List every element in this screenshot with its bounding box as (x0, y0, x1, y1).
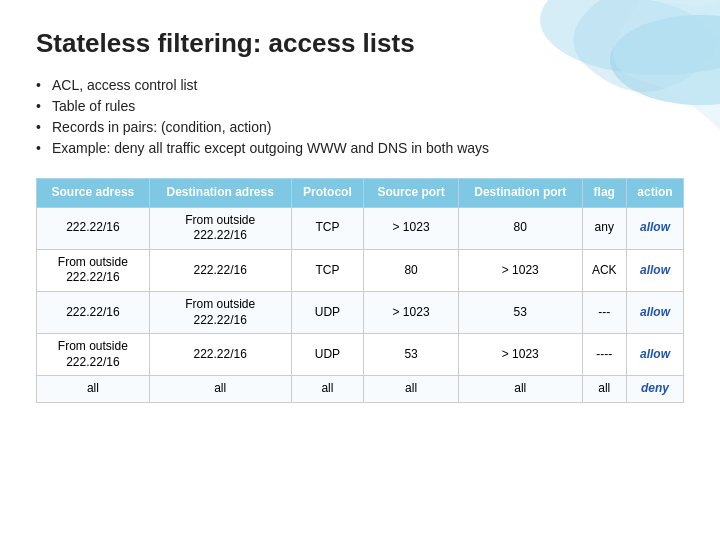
cell-r0-c0: 222.22/16 (37, 207, 150, 249)
cell-r1-c2: TCP (291, 249, 364, 291)
cell-r3-c6: allow (626, 334, 683, 376)
bullet-item-3: Records in pairs: (condition, action) (36, 119, 684, 135)
col-header-source-port: Source port (364, 179, 459, 208)
cell-r4-c2: all (291, 376, 364, 403)
col-header-destination-port: Destination port (458, 179, 582, 208)
cell-r3-c1: 222.22/16 (149, 334, 291, 376)
bullet-list: ACL, access control list Table of rules … (36, 77, 684, 156)
cell-r1-c1: 222.22/16 (149, 249, 291, 291)
cell-r0-c6: allow (626, 207, 683, 249)
page-title: Stateless filtering: access lists (36, 28, 684, 59)
cell-r4-c0: all (37, 376, 150, 403)
cell-r1-c6: allow (626, 249, 683, 291)
cell-r4-c1: all (149, 376, 291, 403)
cell-r4-c4: all (458, 376, 582, 403)
col-header-flag: flag (582, 179, 626, 208)
cell-r0-c1: From outside222.22/16 (149, 207, 291, 249)
cell-r1-c4: > 1023 (458, 249, 582, 291)
col-header-action: action (626, 179, 683, 208)
cell-r1-c3: 80 (364, 249, 459, 291)
cell-r3-c0: From outside222.22/16 (37, 334, 150, 376)
cell-r4-c5: all (582, 376, 626, 403)
cell-r3-c4: > 1023 (458, 334, 582, 376)
cell-r1-c5: ACK (582, 249, 626, 291)
table-row: 222.22/16From outside222.22/16UDP> 10235… (37, 291, 684, 333)
cell-r4-c3: all (364, 376, 459, 403)
table-row: allallallallallalldeny (37, 376, 684, 403)
cell-r0-c2: TCP (291, 207, 364, 249)
col-header-source-adress: Source adress (37, 179, 150, 208)
cell-r3-c5: ---- (582, 334, 626, 376)
cell-r0-c4: 80 (458, 207, 582, 249)
bullet-item-4: Example: deny all traffic except outgoin… (36, 140, 684, 156)
cell-r4-c6: deny (626, 376, 683, 403)
table-row: From outside222.22/16222.22/16TCP80> 102… (37, 249, 684, 291)
col-header-protocol: Protocol (291, 179, 364, 208)
cell-r2-c4: 53 (458, 291, 582, 333)
cell-r3-c3: 53 (364, 334, 459, 376)
col-header-destination-adress: Destination adress (149, 179, 291, 208)
table-row: 222.22/16From outside222.22/16TCP> 10238… (37, 207, 684, 249)
cell-r1-c0: From outside222.22/16 (37, 249, 150, 291)
table-header-row: Source adress Destination adress Protoco… (37, 179, 684, 208)
bullet-item-1: ACL, access control list (36, 77, 684, 93)
table-row: From outside222.22/16222.22/16UDP53> 102… (37, 334, 684, 376)
cell-r2-c2: UDP (291, 291, 364, 333)
cell-r2-c0: 222.22/16 (37, 291, 150, 333)
cell-r2-c1: From outside222.22/16 (149, 291, 291, 333)
cell-r3-c2: UDP (291, 334, 364, 376)
cell-r2-c6: allow (626, 291, 683, 333)
bullet-item-2: Table of rules (36, 98, 684, 114)
table-body: 222.22/16From outside222.22/16TCP> 10238… (37, 207, 684, 402)
acl-table: Source adress Destination adress Protoco… (36, 178, 684, 403)
cell-r2-c3: > 1023 (364, 291, 459, 333)
cell-r2-c5: --- (582, 291, 626, 333)
cell-r0-c5: any (582, 207, 626, 249)
cell-r0-c3: > 1023 (364, 207, 459, 249)
